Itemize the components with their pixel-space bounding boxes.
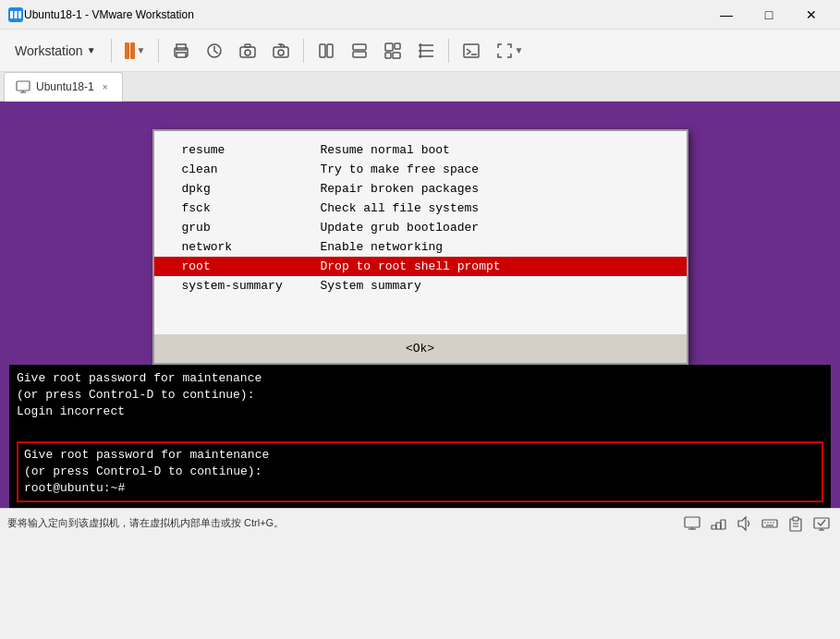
svg-marker-36 <box>738 517 746 530</box>
svg-rect-14 <box>327 44 333 57</box>
camera-icon <box>238 42 257 60</box>
maximize-button[interactable]: □ <box>748 0 790 30</box>
snapshot-history-icon <box>205 42 224 60</box>
menu-desc-clean: Try to make free space <box>321 163 480 176</box>
svg-rect-34 <box>716 523 721 529</box>
keyboard-icon <box>761 515 778 532</box>
terminal-line-4 <box>17 421 823 438</box>
revert-snapshot-button[interactable] <box>266 35 296 66</box>
menu-cmd-dpkg: dpkg <box>182 182 321 196</box>
terminal-button[interactable] <box>457 35 486 66</box>
status-icon-volume[interactable] <box>733 512 755 535</box>
menu-desc-root: Drop to root shell prompt <box>321 259 501 273</box>
svg-rect-47 <box>814 518 829 528</box>
view-button-4[interactable] <box>411 35 441 66</box>
toolbar-sep-2 <box>158 39 159 63</box>
vm-tab-label: Ubuntu18-1 <box>36 80 94 93</box>
svg-rect-15 <box>353 44 366 50</box>
status-icon-clipboard[interactable] <box>785 512 807 535</box>
title-bar-text: Ubuntu18-1 - VMware Workstation <box>24 8 705 21</box>
svg-rect-13 <box>320 44 325 57</box>
network-icon <box>710 515 726 532</box>
view-icon-4 <box>417 42 435 60</box>
workstation-dropdown-arrow: ▼ <box>87 45 96 55</box>
svg-rect-10 <box>245 44 250 47</box>
status-icon-keyboard[interactable] <box>759 512 781 535</box>
menu-desc-system-summary: System summary <box>321 279 421 293</box>
recovery-dialog-footer: <Ok> <box>154 334 687 363</box>
vm-tab-icon <box>16 79 30 94</box>
vm-tab[interactable]: Ubuntu18-1 × <box>4 72 123 102</box>
svg-point-9 <box>245 50 250 55</box>
svg-rect-2 <box>15 11 18 18</box>
svg-rect-44 <box>793 517 798 521</box>
recovery-menu: resume Resume normal boot clean Try to m… <box>154 131 687 334</box>
terminal-line-2: (or press Control-D to continue): <box>17 387 823 404</box>
view-icon-1 <box>317 42 335 60</box>
menu-desc-dpkg: Repair broken packages <box>321 182 480 196</box>
vm-wrapper: resume Resume normal boot clean Try to m… <box>0 102 840 508</box>
toolbar-sep-1 <box>111 39 112 63</box>
terminal-icon <box>462 42 481 60</box>
title-bar: Ubuntu18-1 - VMware Workstation — □ ✕ <box>0 0 840 30</box>
menu-cmd-grub: grub <box>182 221 321 235</box>
terminal-line-3: Login incorrect <box>17 404 823 420</box>
menu-desc-fsck: Check all file systems <box>321 201 480 215</box>
minimize-button[interactable]: — <box>705 0 748 30</box>
close-button[interactable]: ✕ <box>790 0 833 30</box>
monitor-icon <box>684 515 700 532</box>
terminal-highlighted-block: Give root password for maintenance (or p… <box>17 441 823 503</box>
snapshot-button[interactable] <box>233 35 262 66</box>
menu-cmd-clean: clean <box>182 163 321 176</box>
menu-desc-network: Enable networking <box>321 240 444 254</box>
vm-tab-close[interactable]: × <box>100 81 111 93</box>
svg-rect-37 <box>762 520 777 527</box>
snapshot-history-button[interactable] <box>200 35 229 66</box>
menu-item-root[interactable]: root Drop to root shell prompt <box>154 257 687 276</box>
menu-item-network[interactable]: network Enable networking <box>154 237 687 257</box>
ok-button[interactable]: <Ok> <box>406 342 434 356</box>
menu-item-fsck[interactable]: fsck Check all file systems <box>154 199 687 218</box>
menu-cmd-system-summary: system-summary <box>182 279 321 293</box>
menu-cmd-resume: resume <box>182 143 321 157</box>
terminal-hl-line-2: (or press Control-D to continue): <box>24 464 816 480</box>
svg-rect-3 <box>18 11 21 18</box>
view-button-2[interactable] <box>345 35 374 66</box>
menu-item-grub[interactable]: grub Update grub bootloader <box>154 218 687 237</box>
revert-icon <box>272 42 290 60</box>
printer-icon <box>172 42 190 60</box>
svg-rect-18 <box>395 43 400 49</box>
recovery-dialog: resume Resume normal boot clean Try to m… <box>152 129 688 365</box>
workstation-menu-button[interactable]: Workstation ▼ <box>7 35 103 66</box>
status-icon-monitor[interactable] <box>681 512 703 535</box>
svg-rect-35 <box>721 520 725 529</box>
title-bar-controls: — □ ✕ <box>705 0 833 30</box>
menu-item-resume[interactable]: resume Resume normal boot <box>154 140 687 160</box>
menu-item-dpkg[interactable]: dpkg Repair broken packages <box>154 179 687 199</box>
tab-bar: Ubuntu18-1 × <box>0 72 840 102</box>
print-button[interactable] <box>166 35 196 66</box>
menu-cmd-root: root <box>182 259 321 273</box>
menu-item-system-summary[interactable]: system-summary System summary <box>154 276 687 295</box>
view-button-1[interactable] <box>311 35 341 66</box>
svg-rect-6 <box>177 53 186 57</box>
menu-cmd-fsck: fsck <box>182 201 321 215</box>
view-button-3[interactable] <box>378 35 408 66</box>
status-icon-network[interactable] <box>707 512 729 535</box>
menu-desc-grub: Update grub bootloader <box>321 221 480 235</box>
display-icon <box>813 515 830 532</box>
terminal-area[interactable]: Give root password for maintenance (or p… <box>9 365 831 508</box>
pause-button[interactable]: ▼ <box>119 35 152 66</box>
toolbar-sep-4 <box>448 39 449 63</box>
vmware-icon <box>7 6 24 23</box>
svg-rect-5 <box>177 44 186 50</box>
svg-rect-20 <box>393 53 400 58</box>
pause-dropdown-arrow: ▼ <box>137 45 146 55</box>
status-icon-display[interactable] <box>810 512 833 535</box>
fullscreen-dropdown-arrow: ▼ <box>514 45 523 55</box>
menu-item-clean[interactable]: clean Try to make free space <box>154 160 687 179</box>
view-icon-2 <box>350 42 369 60</box>
fullscreen-button[interactable]: ▼ <box>490 35 529 66</box>
svg-rect-17 <box>385 43 393 51</box>
toolbar: Workstation ▼ ▼ <box>0 30 840 72</box>
